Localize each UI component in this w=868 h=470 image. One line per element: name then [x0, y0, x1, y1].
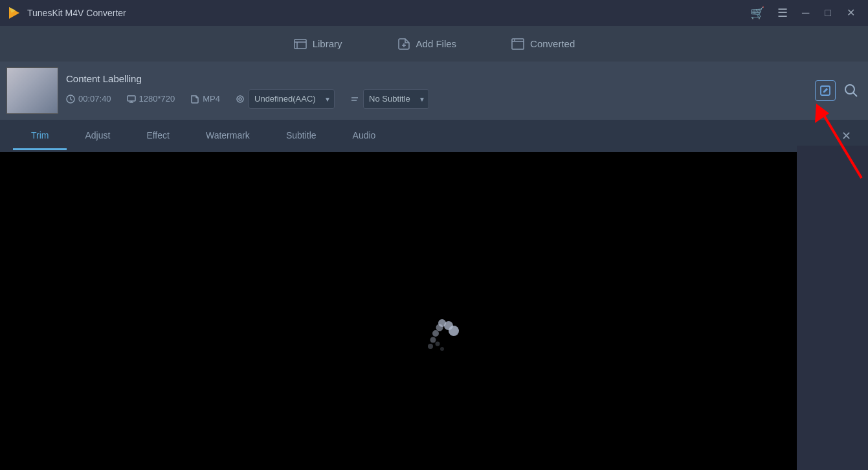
search-icon [843, 83, 859, 98]
thumbnail-image [7, 68, 58, 113]
right-sidebar [797, 146, 868, 470]
edit-panel-header: Trim Adjust Effect Watermark Subtitle Au… [0, 120, 868, 152]
svg-point-16 [237, 96, 243, 102]
search-icon-button[interactable] [841, 80, 862, 101]
format-meta: MP4 [190, 94, 220, 104]
svg-point-31 [430, 337, 436, 342]
display-icon [127, 95, 136, 104]
clock-icon [66, 95, 75, 104]
svg-point-32 [428, 344, 433, 349]
action-icons [815, 80, 862, 101]
resolution-meta: 1280*720 [127, 94, 175, 104]
title-bar-controls: 🛒 ☰ ─ □ ✕ [745, 3, 862, 23]
svg-point-28 [449, 326, 459, 336]
file-meta: 00:07:40 1280*720 MP4 [66, 89, 802, 109]
svg-rect-7 [512, 39, 524, 49]
svg-point-9 [514, 39, 515, 41]
top-nav: Library Add Files Converted [0, 26, 868, 62]
add-files-label: Add Files [416, 38, 457, 49]
tab-audio[interactable]: Audio [335, 122, 394, 150]
app-title: TunesKit M4V Converter [27, 8, 126, 18]
svg-line-23 [853, 93, 857, 96]
title-bar: TunesKit M4V Converter 🛒 ☰ ─ □ ✕ [0, 0, 868, 26]
file-info: Content Labelling 00:07:40 1280*720 [66, 73, 802, 109]
menu-icon[interactable]: ☰ [772, 3, 793, 23]
svg-point-33 [435, 341, 440, 346]
format-value: MP4 [203, 94, 220, 104]
spinner-svg [402, 292, 467, 357]
edit-icon [819, 84, 832, 97]
subtitle-dropdown-wrap: No Subtitle [350, 89, 429, 109]
title-bar-left: TunesKit M4V Converter [6, 5, 126, 21]
library-icon [293, 37, 307, 51]
subtitle-dropdown-container: No Subtitle [363, 89, 429, 109]
edit-tabs: Trim Adjust Effect Watermark Subtitle Au… [13, 122, 394, 150]
library-label: Library [313, 38, 342, 49]
file-name: Content Labelling [66, 73, 802, 84]
svg-rect-2 [295, 39, 306, 49]
duration-value: 00:07:40 [78, 94, 111, 104]
loading-spinner [0, 152, 868, 470]
cart-icon[interactable]: 🛒 [745, 3, 770, 23]
converted-icon [511, 37, 525, 51]
tab-trim[interactable]: Trim [13, 122, 67, 150]
nav-add-files[interactable]: Add Files [389, 33, 465, 55]
svg-point-17 [239, 98, 241, 100]
minimize-button[interactable]: ─ [796, 5, 816, 21]
audio-icon [236, 95, 245, 104]
content-row: Content Labelling 00:07:40 1280*720 [0, 62, 868, 120]
svg-point-29 [436, 324, 443, 331]
tab-watermark[interactable]: Watermark [188, 122, 268, 150]
subtitle-text-icon [350, 95, 359, 104]
svg-point-22 [845, 85, 854, 94]
edit-icon-button[interactable] [815, 80, 836, 101]
file-icon [190, 95, 199, 104]
duration-meta: 00:07:40 [66, 94, 111, 104]
svg-point-30 [432, 330, 439, 337]
nav-converted[interactable]: Converted [503, 33, 583, 55]
nav-library[interactable]: Library [285, 33, 350, 55]
svg-rect-11 [128, 96, 135, 101]
app-logo-icon [6, 5, 22, 21]
converted-label: Converted [530, 38, 575, 49]
add-files-icon [397, 37, 411, 51]
close-button[interactable]: ✕ [840, 5, 862, 21]
svg-point-34 [440, 347, 444, 351]
resolution-value: 1280*720 [139, 94, 175, 104]
subtitle-dropdown[interactable]: No Subtitle [363, 89, 429, 109]
main-content: Trim Adjust Effect Watermark Subtitle Au… [0, 120, 868, 470]
audio-dropdown-wrap: Undefined(AAC) [236, 89, 335, 109]
audio-dropdown[interactable]: Undefined(AAC) [249, 89, 335, 109]
video-thumbnail [6, 67, 58, 114]
main-area: Trim Adjust Effect Watermark Subtitle Au… [0, 120, 868, 470]
restore-button[interactable]: □ [818, 5, 838, 21]
tab-effect[interactable]: Effect [128, 122, 188, 150]
video-area [0, 152, 868, 470]
tab-subtitle[interactable]: Subtitle [268, 122, 335, 150]
audio-dropdown-container: Undefined(AAC) [249, 89, 335, 109]
tab-adjust[interactable]: Adjust [67, 122, 128, 150]
close-edit-button[interactable]: ✕ [837, 127, 855, 145]
